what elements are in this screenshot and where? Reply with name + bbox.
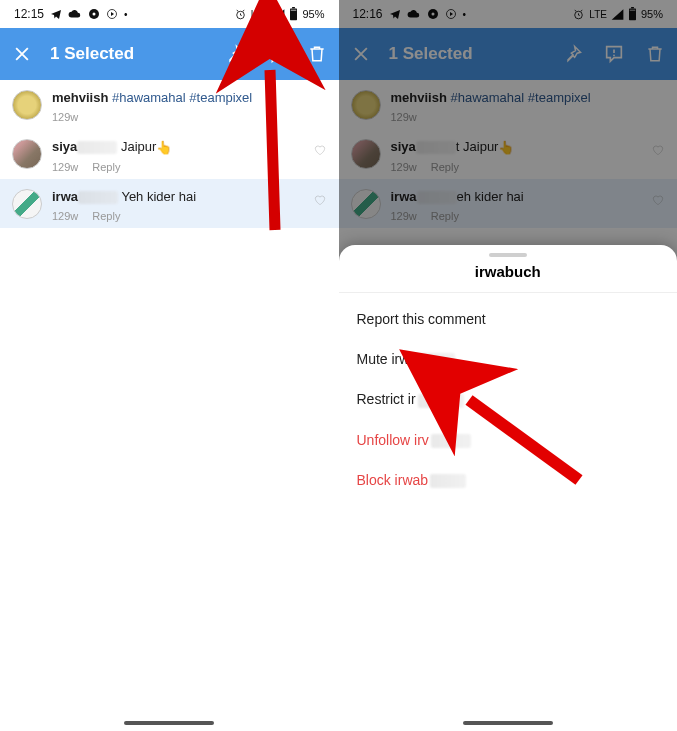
- close-icon[interactable]: [12, 44, 32, 64]
- sheet-handle[interactable]: [489, 253, 527, 257]
- hashtag[interactable]: #hawamahal: [112, 90, 186, 105]
- sheet-item-label: Restrict ir: [357, 391, 416, 407]
- comment-time: 129w: [52, 161, 78, 173]
- nav-pill[interactable]: [463, 721, 553, 725]
- selection-header: 1 Selected: [339, 28, 678, 80]
- svg-point-1: [93, 13, 96, 16]
- comment-item[interactable]: siyat Jaipur👆 129w Reply: [339, 129, 678, 179]
- battery-icon: [289, 7, 298, 21]
- svg-rect-5: [293, 7, 296, 8]
- like-icon[interactable]: [651, 193, 665, 207]
- avatar[interactable]: [351, 189, 381, 219]
- svg-point-16: [613, 54, 615, 56]
- comment-text: Jaipur: [121, 139, 156, 154]
- comment-time: 129w: [52, 210, 78, 222]
- nav-bar: [0, 721, 339, 725]
- cloud-icon: [407, 9, 421, 19]
- report-icon[interactable]: [603, 43, 625, 65]
- svg-rect-15: [630, 10, 636, 11]
- alarm-icon: [572, 8, 585, 21]
- like-icon[interactable]: [313, 143, 327, 157]
- svg-point-10: [431, 13, 434, 16]
- comment-time: 129w: [391, 210, 417, 222]
- avatar[interactable]: [12, 189, 42, 219]
- battery-pct: 95%: [641, 8, 663, 20]
- play-outline-icon: [445, 8, 457, 20]
- svg-line-8: [270, 70, 275, 230]
- redacted-text: [77, 141, 117, 154]
- chat-icon: [427, 8, 439, 20]
- status-bar: 12:16 • LTE: [339, 0, 678, 28]
- like-icon[interactable]: [651, 143, 665, 157]
- hashtag[interactable]: #hawamahal: [450, 90, 524, 105]
- dot-icon: •: [124, 9, 128, 20]
- sheet-item-label: Mute irwa: [357, 351, 418, 367]
- like-icon[interactable]: [313, 193, 327, 207]
- username: mehviish: [391, 90, 447, 105]
- header-title: 1 Selected: [50, 44, 134, 64]
- alarm-icon: [234, 8, 247, 21]
- sheet-title: irwabuch: [339, 263, 678, 293]
- emoji-point-up: 👆: [498, 140, 514, 155]
- reply-button[interactable]: Reply: [431, 161, 459, 173]
- header-title: 1 Selected: [389, 44, 473, 64]
- emoji-point-up: 👆: [156, 140, 172, 155]
- status-time: 12:16: [353, 7, 383, 21]
- battery-icon: [628, 7, 637, 21]
- chat-icon: [88, 8, 100, 20]
- comments-list: mehviish #hawamahal #teampixel 129w siya…: [339, 80, 678, 228]
- sheet-item-report[interactable]: Report this comment: [339, 299, 678, 339]
- trash-icon[interactable]: [645, 44, 665, 64]
- nav-pill[interactable]: [124, 721, 214, 725]
- battery-pct: 95%: [302, 8, 324, 20]
- username: siya: [52, 139, 77, 154]
- sheet-item-label: Report this comment: [357, 311, 486, 327]
- hashtag[interactable]: #teampixel: [528, 90, 591, 105]
- annotation-arrow: [230, 40, 310, 240]
- comment-text: eh kider hai: [457, 189, 524, 204]
- reply-button[interactable]: Reply: [92, 210, 120, 222]
- action-sheet: irwabuch Report this comment Mute irwa R…: [339, 245, 678, 731]
- reply-button[interactable]: Reply: [431, 210, 459, 222]
- comment-time: 129w: [391, 161, 417, 173]
- svg-rect-14: [631, 7, 634, 8]
- comment-item[interactable]: irwaeh kider hai 129w Reply: [339, 179, 678, 228]
- comment-text: Yeh kider hai: [121, 189, 196, 204]
- username: irwa: [391, 189, 417, 204]
- avatar[interactable]: [351, 139, 381, 169]
- signal-icon: [272, 9, 285, 20]
- redacted-text: [78, 191, 118, 204]
- status-time: 12:15: [14, 7, 44, 21]
- svg-rect-6: [291, 10, 297, 11]
- dot-icon: •: [463, 9, 467, 20]
- sheet-item-label: Unfollow irv: [357, 432, 429, 448]
- network-label: LTE: [589, 9, 607, 20]
- telegram-icon: [389, 8, 401, 20]
- comment-item[interactable]: mehviish #hawamahal #teampixel 129w: [339, 80, 678, 129]
- annotation-arrow: [439, 380, 599, 500]
- telegram-icon: [50, 8, 62, 20]
- sheet-item-mute[interactable]: Mute irwa: [339, 339, 678, 379]
- play-outline-icon: [106, 8, 118, 20]
- sheet-item-label: Block irwab: [357, 472, 429, 488]
- network-label: LTE: [251, 9, 269, 20]
- redacted-text: [416, 141, 456, 154]
- comment-text: t Jaipur: [456, 139, 499, 154]
- avatar[interactable]: [351, 90, 381, 120]
- pin-icon[interactable]: [563, 44, 583, 64]
- redacted-text: [419, 353, 455, 367]
- svg-line-17: [469, 400, 579, 480]
- username: irwa: [52, 189, 78, 204]
- username: siya: [391, 139, 416, 154]
- close-icon[interactable]: [351, 44, 371, 64]
- username: mehviish: [52, 90, 108, 105]
- cloud-icon: [68, 9, 82, 19]
- redacted-text: [417, 191, 457, 204]
- avatar[interactable]: [12, 139, 42, 169]
- nav-bar: [339, 721, 678, 725]
- status-bar: 12:15 • LTE: [0, 0, 339, 28]
- reply-button[interactable]: Reply: [92, 161, 120, 173]
- avatar[interactable]: [12, 90, 42, 120]
- comment-time: 129w: [52, 111, 78, 123]
- signal-icon: [611, 9, 624, 20]
